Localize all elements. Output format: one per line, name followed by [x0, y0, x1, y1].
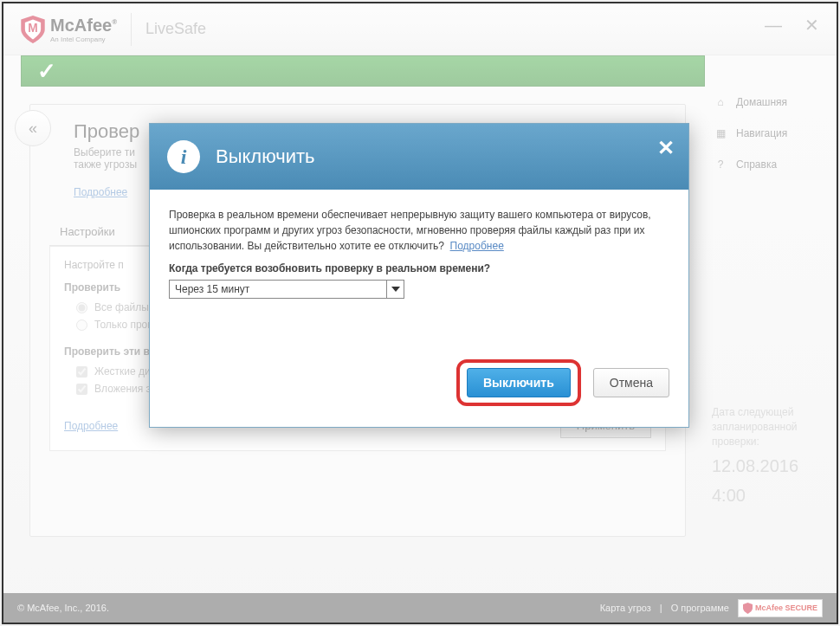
dialog-text: Проверка в реальном времени обеспечивает…: [169, 207, 669, 254]
disable-dialog: i Выключить ✕ Проверка в реальном времен…: [149, 123, 689, 428]
dialog-close-button[interactable]: ✕: [657, 136, 675, 160]
info-icon: i: [167, 140, 200, 173]
dialog-title: Выключить: [216, 145, 315, 168]
dialog-learn-more-link[interactable]: Подробнее: [450, 240, 504, 252]
dialog-header: i Выключить ✕: [150, 124, 688, 190]
select-value: Через 15 минут: [170, 281, 386, 298]
dialog-question: Когда требуется возобновить проверку в р…: [169, 262, 669, 274]
resume-time-select[interactable]: Через 15 минут: [169, 280, 404, 299]
disable-button[interactable]: Выключить: [467, 368, 571, 397]
cancel-button[interactable]: Отмена: [593, 368, 669, 397]
chevron-down-icon: [386, 281, 404, 298]
highlight-ring: Выключить: [456, 359, 581, 406]
